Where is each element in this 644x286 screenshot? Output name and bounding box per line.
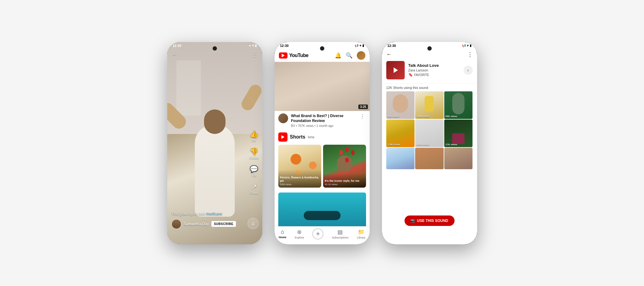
phone-1: 12:30 ● ▾ ▮ ← ⋮ 👍 2M 👎 Dislike 💬 <box>167 42 262 244</box>
library-icon: 📁 <box>358 229 364 235</box>
search-icon[interactable]: 🔍 <box>346 52 353 59</box>
caption-text: The glow up is real <box>172 212 206 216</box>
nav-home[interactable]: ⌂ Home <box>279 229 286 239</box>
status-bar-2: 12:30 📢 ▾ ▮ <box>275 42 370 49</box>
short-views-1: 50M views <box>280 183 319 186</box>
explore-label: Explore <box>295 236 304 239</box>
short-views-2: 41.1k views <box>325 183 364 186</box>
play-icon <box>394 67 398 73</box>
video-caption: The glow up is real #selfcare <box>172 212 244 216</box>
music-icon: ♫ <box>251 221 255 226</box>
grid-item-3[interactable]: 59K views <box>444 91 473 119</box>
subscribe-button[interactable]: SUBSCRIBE <box>211 221 236 227</box>
grid-views-3: 59K views <box>445 115 457 118</box>
home-label: Home <box>279 236 286 239</box>
phone-3: 12:30 📢 ▾ ▮ ← ⋮ Talk About Love Zara Lar… <box>382 42 477 244</box>
fruit-decor-1 <box>291 154 301 165</box>
shorts-beta-label: beta <box>308 135 314 139</box>
comment-button[interactable]: 💬 12k <box>250 165 258 177</box>
use-sound-button[interactable]: 📷 USE THIS SOUND <box>404 215 454 226</box>
back-button-3[interactable]: ← <box>386 51 392 58</box>
user-avatar-2[interactable] <box>357 51 365 60</box>
next-button[interactable]: › <box>464 66 473 75</box>
song-title: Talk About Love <box>408 63 460 68</box>
grid-thumb-9 <box>444 148 473 169</box>
dislike-button[interactable]: 👎 Dislike <box>249 148 258 160</box>
grid-item-1[interactable]: 96K views <box>386 91 415 119</box>
youtube-logo: YouTube <box>279 52 309 59</box>
phone-2: 12:30 📢 ▾ ▮ YouTube 🔔 🔍 <box>275 42 370 244</box>
favorite-label: FAVORITE <box>414 73 429 77</box>
status-icons-2: 📢 ▾ ▮ <box>355 44 364 47</box>
youtube-wordmark: YouTube <box>289 53 309 58</box>
shorts-using-sound: 12K Shorts using this sound <box>382 83 477 91</box>
battery-icon: ▮ <box>255 44 257 47</box>
head-decor <box>204 109 226 134</box>
username-label: Samantha Day <box>184 222 209 226</box>
hashtag-text: #selfcare <box>206 212 222 216</box>
short-card-2[interactable]: It's the iconic style, for me 41.1k view… <box>323 145 366 188</box>
nav-subscriptions[interactable]: ▤ Subscriptions <box>332 229 349 239</box>
nav-explore[interactable]: ⊛ Explore <box>295 229 304 239</box>
more-button-3[interactable]: ⋮ <box>467 51 473 58</box>
video-caption-area: The glow up is real #selfcare Samantha D… <box>172 212 244 229</box>
music-button[interactable]: ♫ <box>248 218 259 229</box>
short-label-2: It's the iconic style, for me <box>325 179 364 183</box>
thumbs-down-icon: 👎 <box>250 148 258 156</box>
header-action-icons: 🔔 🔍 <box>335 51 365 60</box>
fruit-decor-2 <box>309 162 317 169</box>
grid-item-7[interactable] <box>386 148 415 169</box>
phone-2-screen: 12:30 📢 ▾ ▮ YouTube 🔔 🔍 <box>275 42 370 244</box>
grid-views-1: 96K views <box>388 115 399 118</box>
petal-left <box>339 150 343 155</box>
status-time-3: 12:30 <box>388 44 396 48</box>
grid-thumb-8 <box>415 148 444 169</box>
comment-icon: 💬 <box>250 165 258 173</box>
notification-icon[interactable]: 🔔 <box>335 52 341 59</box>
partial-grid-row <box>382 147 477 170</box>
like-button[interactable]: 👍 2M <box>250 130 258 142</box>
shorts-logo-icon <box>278 132 287 142</box>
user-bar: Samantha Day SUBSCRIBE <box>172 219 244 229</box>
play-triangle <box>282 54 285 57</box>
more-button[interactable]: ⋮ <box>252 51 258 58</box>
sound-page-header: ← ⋮ <box>382 49 477 60</box>
short-card-1[interactable]: Picnics, flowers & kombucha, plz 50M vie… <box>278 145 321 188</box>
petal-top <box>345 147 349 152</box>
channel-image <box>278 113 288 123</box>
swimmer-decor <box>304 211 341 220</box>
nav-library[interactable]: 📁 Library <box>357 229 365 239</box>
grid-item-8[interactable] <box>415 148 444 169</box>
thumbs-up-icon: 👍 <box>250 130 258 138</box>
grid-thumb-7 <box>386 148 415 169</box>
short-overlay-1: Picnics, flowers & kombucha, plz 50M vie… <box>278 170 321 188</box>
petal-bottom <box>345 158 349 162</box>
grid-item-9[interactable] <box>444 148 473 169</box>
grid-item-2[interactable]: 1.4M views <box>415 91 444 119</box>
wifi-icon: ▾ <box>252 44 254 47</box>
favorite-button[interactable]: 🔖 FAVORITE <box>408 73 460 77</box>
video-grid: 96K views 1.4M views 59K views 1.2M view… <box>382 91 477 147</box>
video-title: What Brand is Best? | Diverse Foundation… <box>291 113 356 124</box>
status-time: 12:30 <box>173 44 181 48</box>
battery-icon-3: ▮ <box>470 44 472 47</box>
home-feed[interactable]: 3:25 What Brand is Best? | Diverse Found… <box>275 62 370 237</box>
avatar-image <box>172 219 181 229</box>
share-label: Share <box>250 191 258 195</box>
shorts-grid: Picnics, flowers & kombucha, plz 50M vie… <box>278 145 366 188</box>
nav-create-button[interactable]: + <box>312 228 323 239</box>
featured-video-card: 3:25 What Brand is Best? | Diverse Found… <box>275 62 370 130</box>
share-button[interactable]: ↗ Share <box>250 183 258 195</box>
wifi-icon-2: ▾ <box>360 44 361 47</box>
grid-item-4[interactable]: 1.2M views <box>386 120 415 147</box>
channel-thumbnail <box>278 113 288 123</box>
video-more-button[interactable]: ⋮ <box>359 113 366 119</box>
back-button[interactable]: ← <box>172 51 178 58</box>
comment-count: 12k <box>252 174 256 177</box>
speaker-icon: 📢 <box>355 44 358 47</box>
action-bar: 👍 2M 👎 Dislike 💬 12k ↗ Share <box>249 130 258 195</box>
grid-views-4: 1.2M views <box>388 143 400 146</box>
grid-item-6[interactable]: 17K views <box>444 120 473 147</box>
phone-3-screen: 12:30 📢 ▾ ▮ ← ⋮ Talk About Love Zara Lar… <box>382 42 477 244</box>
grid-item-5[interactable]: 1.1M views <box>415 120 444 147</box>
